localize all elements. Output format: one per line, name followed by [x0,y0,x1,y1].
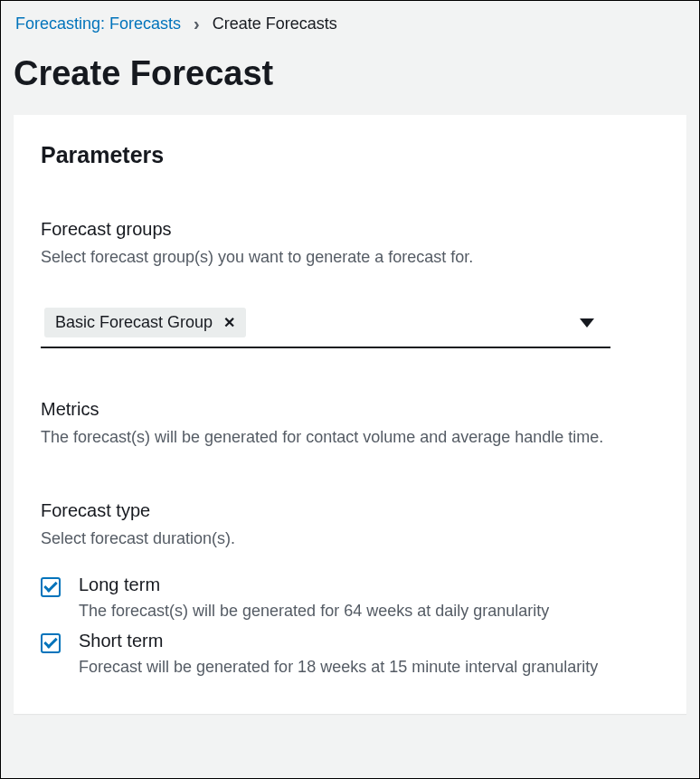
forecast-type-field: Forecast type Select forecast duration(s… [41,500,659,679]
checkbox-long-term-content: Long term The forecast(s) will be genera… [79,575,659,623]
forecast-groups-label: Forecast groups [41,219,659,240]
checkbox-short-term-content: Short term Forecast will be generated fo… [79,631,659,679]
forecast-group-chip-label: Basic Forecast Group [55,313,213,332]
checkbox-short-term-label: Short term [79,631,659,651]
check-icon [43,634,58,649]
metrics-help: The forecast(s) will be generated for co… [41,425,659,450]
forecast-type-label: Forecast type [41,500,659,521]
page-title: Create Forecast [14,54,685,93]
forecast-groups-field: Forecast groups Select forecast group(s)… [41,219,659,348]
forecast-groups-help: Select forecast group(s) you want to gen… [41,245,659,270]
breadcrumb-link-forecasting[interactable]: Forecasting: Forecasts [15,14,181,33]
checkbox-short-term-desc: Forecast will be generated for 18 weeks … [79,655,659,679]
chevron-right-icon: › [194,14,200,34]
breadcrumb-current: Create Forecasts [213,14,337,33]
checkbox-long-term[interactable] [41,577,61,597]
header-area: Forecasting: Forecasts › Create Forecast… [1,1,699,115]
forecast-type-option-short-term: Short term Forecast will be generated fo… [41,631,659,679]
forecast-group-chip: Basic Forecast Group ✕ [44,308,246,337]
close-icon[interactable]: ✕ [223,314,235,331]
forecast-groups-select[interactable]: Basic Forecast Group ✕ [41,302,610,348]
parameters-card: Parameters Forecast groups Select foreca… [14,115,686,714]
parameters-heading: Parameters [41,142,659,168]
forecast-type-options: Long term The forecast(s) will be genera… [41,575,659,679]
checkbox-short-term[interactable] [41,633,61,653]
metrics-field: Metrics The forecast(s) will be generate… [41,399,659,450]
chevron-down-icon [580,318,594,328]
metrics-label: Metrics [41,399,659,420]
breadcrumb: Forecasting: Forecasts › Create Forecast… [15,14,685,34]
checkbox-long-term-label: Long term [79,575,659,595]
check-icon [43,578,58,593]
forecast-type-option-long-term: Long term The forecast(s) will be genera… [41,575,659,623]
forecast-type-help: Select forecast duration(s). [41,527,659,551]
checkbox-long-term-desc: The forecast(s) will be generated for 64… [79,599,659,623]
